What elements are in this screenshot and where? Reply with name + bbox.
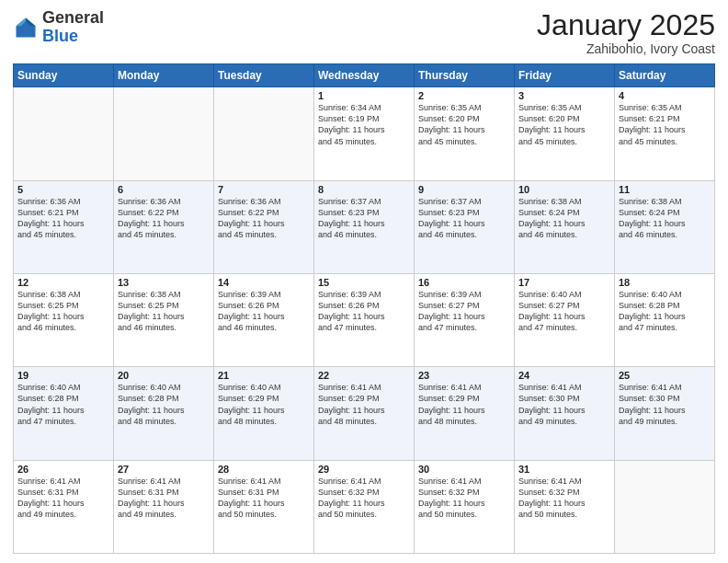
day-number: 5 (17, 184, 109, 195)
calendar-table: SundayMondayTuesdayWednesdayThursdayFrid… (13, 63, 715, 554)
weekday-header-friday: Friday (515, 64, 615, 87)
day-number: 15 (318, 277, 410, 288)
day-number: 3 (518, 90, 610, 101)
calendar-cell (615, 460, 715, 553)
day-number: 16 (418, 277, 510, 288)
calendar-cell: 1Sunrise: 6:34 AM Sunset: 6:19 PM Daylig… (314, 87, 415, 180)
calendar-cell: 10Sunrise: 6:38 AM Sunset: 6:24 PM Dayli… (515, 180, 615, 273)
day-number: 31 (518, 464, 610, 475)
day-info: Sunrise: 6:41 AM Sunset: 6:31 PM Dayligh… (118, 476, 210, 521)
day-info: Sunrise: 6:41 AM Sunset: 6:30 PM Dayligh… (619, 382, 711, 427)
day-number: 12 (17, 277, 109, 288)
calendar-cell: 14Sunrise: 6:39 AM Sunset: 6:26 PM Dayli… (214, 273, 314, 366)
day-info: Sunrise: 6:41 AM Sunset: 6:31 PM Dayligh… (218, 476, 310, 521)
weekday-header-wednesday: Wednesday (314, 64, 415, 87)
weekday-header-thursday: Thursday (415, 64, 515, 87)
calendar-cell: 4Sunrise: 6:35 AM Sunset: 6:21 PM Daylig… (615, 87, 715, 180)
calendar-cell: 27Sunrise: 6:41 AM Sunset: 6:31 PM Dayli… (114, 460, 214, 553)
calendar-cell (114, 87, 214, 180)
day-number: 27 (118, 464, 210, 475)
week-row-1: 5Sunrise: 6:36 AM Sunset: 6:21 PM Daylig… (14, 180, 715, 273)
day-number: 28 (218, 464, 310, 475)
calendar-cell: 29Sunrise: 6:41 AM Sunset: 6:32 PM Dayli… (314, 460, 415, 553)
calendar-cell: 21Sunrise: 6:40 AM Sunset: 6:29 PM Dayli… (214, 367, 314, 460)
calendar-cell (14, 87, 114, 180)
logo-text: General Blue (42, 9, 104, 46)
weekday-header-monday: Monday (114, 64, 214, 87)
calendar-cell: 12Sunrise: 6:38 AM Sunset: 6:25 PM Dayli… (14, 273, 114, 366)
calendar-cell: 24Sunrise: 6:41 AM Sunset: 6:30 PM Dayli… (515, 367, 615, 460)
page: General Blue January 2025 Zahibohio, Ivo… (0, 0, 728, 563)
calendar-cell: 9Sunrise: 6:37 AM Sunset: 6:23 PM Daylig… (415, 180, 515, 273)
day-info: Sunrise: 6:37 AM Sunset: 6:23 PM Dayligh… (318, 196, 410, 241)
week-row-4: 26Sunrise: 6:41 AM Sunset: 6:31 PM Dayli… (14, 460, 715, 553)
day-info: Sunrise: 6:36 AM Sunset: 6:22 PM Dayligh… (218, 196, 310, 241)
calendar-cell (214, 87, 314, 180)
calendar-cell: 25Sunrise: 6:41 AM Sunset: 6:30 PM Dayli… (615, 367, 715, 460)
day-number: 13 (118, 277, 210, 288)
day-number: 17 (518, 277, 610, 288)
day-number: 30 (418, 464, 510, 475)
day-number: 22 (318, 370, 410, 381)
day-number: 6 (118, 184, 210, 195)
calendar-cell: 5Sunrise: 6:36 AM Sunset: 6:21 PM Daylig… (14, 180, 114, 273)
calendar-cell: 30Sunrise: 6:41 AM Sunset: 6:32 PM Dayli… (415, 460, 515, 553)
day-number: 21 (218, 370, 310, 381)
day-info: Sunrise: 6:41 AM Sunset: 6:32 PM Dayligh… (318, 476, 410, 521)
calendar-cell: 23Sunrise: 6:41 AM Sunset: 6:29 PM Dayli… (415, 367, 515, 460)
day-info: Sunrise: 6:38 AM Sunset: 6:24 PM Dayligh… (619, 196, 711, 241)
calendar-cell: 17Sunrise: 6:40 AM Sunset: 6:27 PM Dayli… (515, 273, 615, 366)
calendar-cell: 18Sunrise: 6:40 AM Sunset: 6:28 PM Dayli… (615, 273, 715, 366)
day-info: Sunrise: 6:36 AM Sunset: 6:21 PM Dayligh… (17, 196, 109, 241)
day-number: 7 (218, 184, 310, 195)
day-info: Sunrise: 6:34 AM Sunset: 6:19 PM Dayligh… (318, 102, 410, 147)
logo: General Blue (13, 9, 104, 46)
day-number: 29 (318, 464, 410, 475)
location-subtitle: Zahibohio, Ivory Coast (537, 41, 715, 56)
day-number: 9 (418, 184, 510, 195)
calendar-cell: 15Sunrise: 6:39 AM Sunset: 6:26 PM Dayli… (314, 273, 415, 366)
day-info: Sunrise: 6:40 AM Sunset: 6:28 PM Dayligh… (17, 382, 109, 427)
day-info: Sunrise: 6:40 AM Sunset: 6:27 PM Dayligh… (518, 289, 610, 334)
calendar-cell: 11Sunrise: 6:38 AM Sunset: 6:24 PM Dayli… (615, 180, 715, 273)
day-info: Sunrise: 6:41 AM Sunset: 6:29 PM Dayligh… (318, 382, 410, 427)
day-number: 19 (17, 370, 109, 381)
header: General Blue January 2025 Zahibohio, Ivo… (13, 9, 715, 56)
day-number: 25 (619, 370, 711, 381)
day-info: Sunrise: 6:38 AM Sunset: 6:25 PM Dayligh… (17, 289, 109, 334)
day-number: 11 (619, 184, 711, 195)
day-info: Sunrise: 6:40 AM Sunset: 6:29 PM Dayligh… (218, 382, 310, 427)
day-info: Sunrise: 6:40 AM Sunset: 6:28 PM Dayligh… (118, 382, 210, 427)
day-info: Sunrise: 6:39 AM Sunset: 6:26 PM Dayligh… (318, 289, 410, 334)
weekday-header-tuesday: Tuesday (214, 64, 314, 87)
day-number: 8 (318, 184, 410, 195)
logo-general-text: General (42, 8, 104, 27)
day-info: Sunrise: 6:39 AM Sunset: 6:27 PM Dayligh… (418, 289, 510, 334)
calendar-cell: 16Sunrise: 6:39 AM Sunset: 6:27 PM Dayli… (415, 273, 515, 366)
day-number: 1 (318, 90, 410, 101)
calendar-cell: 7Sunrise: 6:36 AM Sunset: 6:22 PM Daylig… (214, 180, 314, 273)
day-info: Sunrise: 6:35 AM Sunset: 6:20 PM Dayligh… (518, 102, 610, 147)
day-info: Sunrise: 6:39 AM Sunset: 6:26 PM Dayligh… (218, 289, 310, 334)
month-title: January 2025 (537, 9, 715, 41)
day-number: 4 (619, 90, 711, 101)
calendar-cell: 19Sunrise: 6:40 AM Sunset: 6:28 PM Dayli… (14, 367, 114, 460)
calendar-cell: 20Sunrise: 6:40 AM Sunset: 6:28 PM Dayli… (114, 367, 214, 460)
calendar-cell: 3Sunrise: 6:35 AM Sunset: 6:20 PM Daylig… (515, 87, 615, 180)
day-number: 2 (418, 90, 510, 101)
calendar-cell: 8Sunrise: 6:37 AM Sunset: 6:23 PM Daylig… (314, 180, 415, 273)
week-row-3: 19Sunrise: 6:40 AM Sunset: 6:28 PM Dayli… (14, 367, 715, 460)
calendar-cell: 13Sunrise: 6:38 AM Sunset: 6:25 PM Dayli… (114, 273, 214, 366)
calendar-cell: 31Sunrise: 6:41 AM Sunset: 6:32 PM Dayli… (515, 460, 615, 553)
day-info: Sunrise: 6:41 AM Sunset: 6:30 PM Dayligh… (518, 382, 610, 427)
day-number: 23 (418, 370, 510, 381)
day-info: Sunrise: 6:41 AM Sunset: 6:32 PM Dayligh… (418, 476, 510, 521)
day-info: Sunrise: 6:38 AM Sunset: 6:24 PM Dayligh… (518, 196, 610, 241)
day-info: Sunrise: 6:36 AM Sunset: 6:22 PM Dayligh… (118, 196, 210, 241)
logo-blue-text: Blue (42, 27, 78, 45)
day-info: Sunrise: 6:35 AM Sunset: 6:21 PM Dayligh… (619, 102, 711, 147)
calendar-cell: 22Sunrise: 6:41 AM Sunset: 6:29 PM Dayli… (314, 367, 415, 460)
week-row-0: 1Sunrise: 6:34 AM Sunset: 6:19 PM Daylig… (14, 87, 715, 180)
calendar-cell: 28Sunrise: 6:41 AM Sunset: 6:31 PM Dayli… (214, 460, 314, 553)
day-info: Sunrise: 6:38 AM Sunset: 6:25 PM Dayligh… (118, 289, 210, 334)
